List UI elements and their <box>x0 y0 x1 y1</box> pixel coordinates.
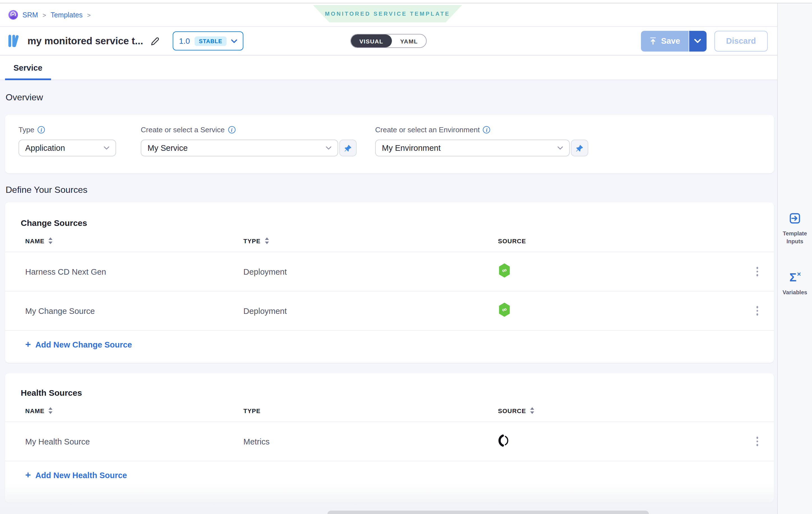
overview-heading: Overview <box>6 92 774 102</box>
table-row[interactable]: My Change Source Deployment ∞ <box>5 292 774 331</box>
monitored-service-template-badge: MONITORED SERVICE TEMPLATE <box>313 5 462 23</box>
template-title: my monitored service t... <box>27 35 143 47</box>
breadcrumb-separator: > <box>42 11 46 18</box>
chevron-down-icon <box>104 146 109 150</box>
variables-label: Variables <box>779 289 811 296</box>
change-sources-table-header: NAME TYPE SOURCE <box>5 237 774 252</box>
edit-title-button[interactable] <box>149 35 161 47</box>
define-sources-heading: Define Your Sources <box>6 185 774 195</box>
plus-icon: + <box>25 470 31 480</box>
info-icon[interactable]: i <box>37 126 45 133</box>
version-number: 1.0 <box>179 36 190 46</box>
save-options-button[interactable] <box>689 31 706 51</box>
column-header-source[interactable]: SOURCE <box>498 237 731 244</box>
column-header-name[interactable]: NAME <box>25 237 243 244</box>
sort-icon <box>530 407 534 414</box>
harness-deployment-icon: ∞ <box>498 264 731 280</box>
chevron-down-icon <box>695 39 701 43</box>
service-select[interactable]: My Service <box>141 140 338 156</box>
table-row[interactable]: My Health Source Metrics <box>5 422 774 461</box>
appdynamics-icon <box>498 434 731 449</box>
add-change-source-button[interactable]: + Add New Change Source <box>5 331 132 363</box>
change-source-name: My Change Source <box>25 306 243 315</box>
sort-icon <box>264 237 269 244</box>
row-menu-button[interactable] <box>752 303 763 319</box>
column-header-name[interactable]: NAME <box>25 407 243 414</box>
tab-bar: Service <box>0 56 777 80</box>
harness-deployment-icon: ∞ <box>498 303 731 319</box>
change-source-name: Harness CD Next Gen <box>25 267 243 276</box>
column-header-type[interactable]: TYPE <box>243 237 498 244</box>
plus-icon: + <box>25 340 31 349</box>
bottom-panel-edge <box>327 511 649 514</box>
sort-icon <box>49 407 53 414</box>
change-source-type: Deployment <box>243 306 498 315</box>
change-source-type: Deployment <box>243 267 498 276</box>
health-sources-table-header: NAME TYPE SOURCE <box>5 407 774 422</box>
environment-label: Create or select an Environment <box>375 126 480 134</box>
breadcrumb: SRM > Templates > MONITORED SERVICE TEMP… <box>0 3 777 27</box>
template-library-icon <box>8 34 23 48</box>
save-label: Save <box>661 36 680 46</box>
save-split-button[interactable]: Save <box>641 31 706 51</box>
top-divider <box>0 0 812 3</box>
health-source-type: Metrics <box>243 437 498 446</box>
app-window: SRM > Templates > MONITORED SERVICE TEMP… <box>0 0 812 514</box>
service-field-group: Create or select a Servicei My Service <box>141 126 357 156</box>
info-icon[interactable]: i <box>483 126 490 133</box>
change-sources-card: Change Sources NAME TYPE SOURCE <box>5 202 774 363</box>
health-source-name: My Health Source <box>25 437 243 446</box>
pushpin-icon <box>344 144 352 152</box>
sort-icon <box>49 237 53 244</box>
column-header-source[interactable]: SOURCE <box>498 407 731 414</box>
toggle-yaml[interactable]: YAML <box>392 34 426 48</box>
chevron-down-icon <box>557 146 563 150</box>
change-sources-title: Change Sources <box>5 218 774 228</box>
variables-button[interactable]: Σ× Variables <box>778 270 812 296</box>
health-sources-card: Health Sources NAME TYPE SOURCE <box>5 373 774 502</box>
breadcrumb-link-templates[interactable]: Templates <box>51 11 82 19</box>
version-status-badge: STABLE <box>194 36 227 46</box>
pencil-icon <box>150 36 160 46</box>
pin-service-button[interactable] <box>339 140 357 156</box>
environment-select[interactable]: My Environment <box>375 140 570 156</box>
upload-icon <box>649 37 657 45</box>
visual-yaml-toggle[interactable]: VISUAL YAML <box>350 34 427 48</box>
health-sources-title: Health Sources <box>5 388 774 397</box>
overview-card: Typei Application Create or select a Ser… <box>5 115 774 173</box>
template-header: my monitored service t... 1.0 STABLE VIS… <box>0 27 777 56</box>
template-inputs-button[interactable]: Template Inputs <box>778 212 812 245</box>
tab-service[interactable]: Service <box>5 56 51 80</box>
toggle-visual[interactable]: VISUAL <box>351 34 392 48</box>
breadcrumb-separator: > <box>87 11 91 18</box>
srm-logo-icon <box>8 10 18 20</box>
service-label: Create or select a Service <box>141 126 225 134</box>
version-selector[interactable]: 1.0 STABLE <box>173 31 243 51</box>
variables-icon: Σ× <box>789 270 800 283</box>
type-select[interactable]: Application <box>19 140 116 156</box>
chevron-down-icon <box>326 146 331 150</box>
pin-environment-button[interactable] <box>571 140 588 156</box>
column-header-type[interactable]: TYPE <box>243 407 498 414</box>
discard-button[interactable]: Discard <box>715 31 768 51</box>
chevron-down-icon <box>231 39 237 43</box>
type-field-group: Typei Application <box>19 126 116 156</box>
template-content: Overview Typei Application <box>0 80 777 514</box>
pushpin-icon <box>575 144 584 152</box>
template-inputs-label: Template Inputs <box>779 230 811 245</box>
add-health-source-button[interactable]: + Add New Health Source <box>5 461 127 493</box>
template-inputs-icon <box>788 212 801 225</box>
breadcrumb-link-srm[interactable]: SRM <box>23 11 38 19</box>
row-menu-button[interactable] <box>752 264 763 280</box>
save-button[interactable]: Save <box>641 31 689 51</box>
environment-field-group: Create or select an Environmenti My Envi… <box>375 126 588 156</box>
type-label: Type <box>19 126 34 134</box>
table-row[interactable]: Harness CD Next Gen Deployment ∞ <box>5 252 774 292</box>
row-menu-button[interactable] <box>752 433 763 450</box>
info-icon[interactable]: i <box>228 126 235 133</box>
right-rail: Template Inputs Σ× Variables <box>777 3 812 514</box>
